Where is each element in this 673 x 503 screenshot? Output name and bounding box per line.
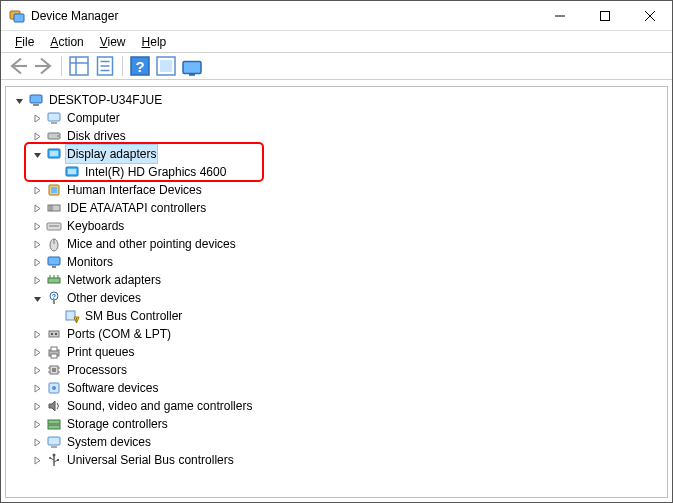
tree-node-network[interactable]: Network adapters — [10, 271, 667, 289]
device-manager-icon — [9, 8, 25, 24]
expand-icon[interactable] — [30, 363, 44, 377]
cpu-icon — [46, 362, 62, 378]
svg-rect-21 — [48, 113, 60, 121]
tree-node-storage[interactable]: Storage controllers — [10, 415, 667, 433]
tree-label: System devices — [65, 433, 153, 451]
expand-icon[interactable] — [30, 219, 44, 233]
tree-label: SM Bus Controller — [83, 307, 184, 325]
expand-icon[interactable] — [30, 273, 44, 287]
tree-node-software-devices[interactable]: Software devices — [10, 379, 667, 397]
tree-label: Processors — [65, 361, 129, 379]
expand-icon[interactable] — [30, 129, 44, 143]
expand-icon[interactable] — [30, 345, 44, 359]
collapse-icon[interactable] — [30, 147, 44, 161]
tree-root-node[interactable]: DESKTOP-U34FJUE — [10, 91, 667, 109]
menu-file[interactable]: File — [7, 33, 42, 51]
tree-node-keyboards[interactable]: Keyboards — [10, 217, 667, 235]
svg-rect-68 — [48, 425, 60, 429]
menu-action[interactable]: Action — [42, 33, 91, 51]
toolbar: ? — [1, 52, 672, 80]
tree-label: Mice and other pointing devices — [65, 235, 238, 253]
svg-rect-22 — [51, 122, 57, 124]
device-tree: DESKTOP-U34FJUE Computer Disk drives Dis… — [10, 91, 667, 469]
svg-rect-70 — [51, 446, 57, 448]
tree-label: Ports (COM & LPT) — [65, 325, 173, 343]
system-icon — [46, 434, 62, 450]
svg-rect-6 — [70, 57, 88, 75]
svg-text:!: ! — [76, 317, 77, 323]
tree-label: Monitors — [65, 253, 115, 271]
tree-node-hid[interactable]: Human Interface Devices — [10, 181, 667, 199]
tree-node-mice[interactable]: Mice and other pointing devices — [10, 235, 667, 253]
storage-icon — [46, 416, 62, 432]
tree-label: Print queues — [65, 343, 136, 361]
tree-node-usb[interactable]: Universal Serial Bus controllers — [10, 451, 667, 469]
disk-icon — [46, 128, 62, 144]
collapse-icon[interactable] — [30, 291, 44, 305]
back-button — [6, 54, 30, 78]
tree-node-computer[interactable]: Computer — [10, 109, 667, 127]
svg-rect-69 — [48, 437, 60, 445]
svg-rect-1 — [14, 14, 24, 22]
svg-point-36 — [51, 225, 52, 226]
svg-point-37 — [53, 225, 54, 226]
expand-icon[interactable] — [30, 399, 44, 413]
svg-rect-42 — [48, 257, 60, 265]
svg-point-38 — [55, 225, 56, 226]
tree-node-monitors[interactable]: Monitors — [10, 253, 667, 271]
expand-icon[interactable] — [30, 201, 44, 215]
tree-node-system[interactable]: System devices — [10, 433, 667, 451]
expand-icon[interactable] — [30, 381, 44, 395]
svg-rect-28 — [68, 169, 76, 174]
speaker-icon — [46, 398, 62, 414]
scan-hardware-button[interactable] — [154, 54, 178, 78]
expand-icon[interactable] — [30, 417, 44, 431]
close-button[interactable] — [627, 1, 672, 30]
menu-view[interactable]: View — [92, 33, 134, 51]
expand-icon[interactable] — [30, 255, 44, 269]
svg-rect-74 — [57, 459, 59, 461]
tree-node-print-queues[interactable]: Print queues — [10, 343, 667, 361]
keyboard-icon — [46, 218, 62, 234]
update-driver-button[interactable] — [180, 54, 204, 78]
svg-rect-44 — [48, 278, 60, 283]
tree-node-other-devices[interactable]: ? Other devices — [10, 289, 667, 307]
properties-button[interactable] — [93, 54, 117, 78]
svg-rect-3 — [600, 11, 609, 20]
svg-rect-57 — [51, 347, 57, 351]
tree-label: Disk drives — [65, 127, 128, 145]
expand-icon[interactable] — [30, 453, 44, 467]
expand-icon[interactable] — [30, 111, 44, 125]
expand-icon[interactable] — [30, 327, 44, 341]
expand-icon[interactable] — [30, 435, 44, 449]
minimize-button[interactable] — [537, 1, 582, 30]
tree-node-disk-drives[interactable]: Disk drives — [10, 127, 667, 145]
svg-rect-26 — [50, 151, 58, 156]
display-adapter-icon — [64, 164, 80, 180]
svg-rect-19 — [30, 95, 42, 103]
tree-node-ide[interactable]: IDE ATA/ATAPI controllers — [10, 199, 667, 217]
collapse-icon[interactable] — [12, 93, 26, 107]
tree-label: Other devices — [65, 289, 143, 307]
window-title: Device Manager — [31, 9, 118, 23]
help-button[interactable]: ? — [128, 54, 152, 78]
display-adapter-icon — [46, 146, 62, 162]
tree-node-other-child[interactable]: ! SM Bus Controller — [10, 307, 667, 325]
expand-icon[interactable] — [30, 237, 44, 251]
tree-node-ports[interactable]: Ports (COM & LPT) — [10, 325, 667, 343]
tree-label: Keyboards — [65, 217, 126, 235]
tree-node-display-adapters[interactable]: Display adapters — [10, 145, 667, 163]
svg-point-35 — [49, 225, 50, 226]
maximize-button[interactable] — [582, 1, 627, 30]
port-icon — [46, 326, 62, 342]
tree-node-sound[interactable]: Sound, video and game controllers — [10, 397, 667, 415]
software-icon — [46, 380, 62, 396]
tree-node-processors[interactable]: Processors — [10, 361, 667, 379]
tree-node-display-child[interactable]: Intel(R) HD Graphics 4600 — [10, 163, 667, 181]
svg-rect-53 — [49, 331, 59, 337]
expand-icon[interactable] — [30, 183, 44, 197]
tree-label: Computer — [65, 109, 122, 127]
tree-label: Network adapters — [65, 271, 163, 289]
menu-help[interactable]: Help — [134, 33, 175, 51]
show-hide-tree-button[interactable] — [67, 54, 91, 78]
